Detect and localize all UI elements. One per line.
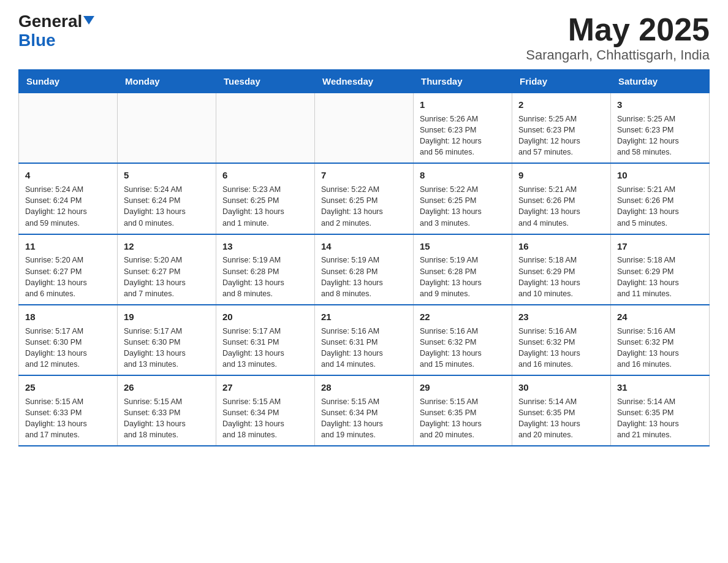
sun-info: Sunrise: 5:23 AMSunset: 6:25 PMDaylight:… [222,184,308,229]
sun-info: Sunrise: 5:15 AMSunset: 6:34 PMDaylight:… [222,396,308,441]
day-number: 8 [420,169,506,182]
day-number: 27 [222,381,308,394]
calendar-cell: 2Sunrise: 5:25 AMSunset: 6:23 PMDaylight… [512,93,611,164]
day-number: 23 [518,310,604,324]
day-number: 4 [25,169,111,182]
calendar-cell: 15Sunrise: 5:19 AMSunset: 6:28 PMDayligh… [414,234,512,305]
day-number: 18 [25,310,111,324]
sun-info: Sunrise: 5:25 AMSunset: 6:23 PMDaylight:… [617,113,703,158]
calendar-cell: 1Sunrise: 5:26 AMSunset: 6:23 PMDaylight… [414,93,512,164]
day-number: 9 [518,169,604,182]
day-number: 30 [518,381,604,394]
calendar-cell [315,93,414,164]
sun-info: Sunrise: 5:19 AMSunset: 6:28 PMDaylight:… [420,255,506,299]
calendar-table: SundayMondayTuesdayWednesdayThursdayFrid… [18,69,710,446]
calendar-cell: 3Sunrise: 5:25 AMSunset: 6:23 PMDaylight… [611,93,710,164]
calendar-cell: 19Sunrise: 5:17 AMSunset: 6:30 PMDayligh… [118,305,216,375]
sun-info: Sunrise: 5:19 AMSunset: 6:28 PMDaylight:… [321,255,407,299]
calendar-cell: 14Sunrise: 5:19 AMSunset: 6:28 PMDayligh… [315,234,414,305]
sun-info: Sunrise: 5:20 AMSunset: 6:27 PMDaylight:… [124,255,210,299]
day-number: 1 [420,98,506,112]
calendar-cell: 27Sunrise: 5:15 AMSunset: 6:34 PMDayligh… [216,375,315,446]
day-number: 20 [222,310,308,324]
title-block: May 2025 Sarangarh, Chhattisgarh, India [526,12,710,63]
sun-info: Sunrise: 5:16 AMSunset: 6:32 PMDaylight:… [518,326,604,370]
day-number: 14 [321,240,407,253]
sun-info: Sunrise: 5:21 AMSunset: 6:26 PMDaylight:… [518,184,604,229]
day-number: 6 [222,169,308,182]
calendar-cell: 5Sunrise: 5:24 AMSunset: 6:24 PMDaylight… [118,163,216,234]
logo-blue-text: Blue [18,31,56,50]
calendar-cell: 13Sunrise: 5:19 AMSunset: 6:28 PMDayligh… [216,234,315,305]
sun-info: Sunrise: 5:16 AMSunset: 6:32 PMDaylight:… [420,326,506,370]
day-number: 22 [420,310,506,324]
sun-info: Sunrise: 5:15 AMSunset: 6:35 PMDaylight:… [420,396,506,441]
logo-triangle-icon [83,16,94,25]
calendar-cell: 17Sunrise: 5:18 AMSunset: 6:29 PMDayligh… [611,234,710,305]
calendar-week-row: 25Sunrise: 5:15 AMSunset: 6:33 PMDayligh… [19,375,710,446]
day-number: 11 [25,240,111,253]
calendar-cell: 20Sunrise: 5:17 AMSunset: 6:31 PMDayligh… [216,305,315,375]
sun-info: Sunrise: 5:21 AMSunset: 6:26 PMDaylight:… [617,184,703,229]
weekday-header: Monday [118,70,216,93]
calendar-cell: 28Sunrise: 5:15 AMSunset: 6:34 PMDayligh… [315,375,414,446]
day-number: 31 [617,381,703,394]
weekday-header: Tuesday [216,70,315,93]
page-header: GeneralBlue May 2025 Sarangarh, Chhattis… [18,12,710,63]
weekday-header: Thursday [414,70,512,93]
sun-info: Sunrise: 5:14 AMSunset: 6:35 PMDaylight:… [518,396,604,441]
day-number: 13 [222,240,308,253]
day-number: 12 [124,240,210,253]
day-number: 16 [518,240,604,253]
sun-info: Sunrise: 5:24 AMSunset: 6:24 PMDaylight:… [124,184,210,229]
logo: GeneralBlue [18,12,94,50]
sun-info: Sunrise: 5:16 AMSunset: 6:32 PMDaylight:… [617,326,703,370]
calendar-cell: 30Sunrise: 5:14 AMSunset: 6:35 PMDayligh… [512,375,611,446]
calendar-cell: 26Sunrise: 5:15 AMSunset: 6:33 PMDayligh… [118,375,216,446]
calendar-cell: 24Sunrise: 5:16 AMSunset: 6:32 PMDayligh… [611,305,710,375]
calendar-week-row: 18Sunrise: 5:17 AMSunset: 6:30 PMDayligh… [19,305,710,375]
day-number: 25 [25,381,111,394]
sun-info: Sunrise: 5:24 AMSunset: 6:24 PMDaylight:… [25,184,111,229]
calendar-cell: 6Sunrise: 5:23 AMSunset: 6:25 PMDaylight… [216,163,315,234]
calendar-cell: 10Sunrise: 5:21 AMSunset: 6:26 PMDayligh… [611,163,710,234]
sun-info: Sunrise: 5:25 AMSunset: 6:23 PMDaylight:… [518,113,604,158]
calendar-cell: 7Sunrise: 5:22 AMSunset: 6:25 PMDaylight… [315,163,414,234]
calendar-week-row: 1Sunrise: 5:26 AMSunset: 6:23 PMDaylight… [19,93,710,164]
weekday-header: Wednesday [315,70,414,93]
day-number: 3 [617,98,703,112]
sun-info: Sunrise: 5:18 AMSunset: 6:29 PMDaylight:… [617,255,703,299]
calendar-cell: 4Sunrise: 5:24 AMSunset: 6:24 PMDaylight… [19,163,118,234]
day-number: 17 [617,240,703,253]
logo-text: GeneralBlue [18,12,94,50]
calendar-cell [216,93,315,164]
day-number: 15 [420,240,506,253]
weekday-header: Sunday [19,70,118,93]
calendar-cell: 21Sunrise: 5:16 AMSunset: 6:31 PMDayligh… [315,305,414,375]
calendar-cell: 12Sunrise: 5:20 AMSunset: 6:27 PMDayligh… [118,234,216,305]
sun-info: Sunrise: 5:16 AMSunset: 6:31 PMDaylight:… [321,326,407,370]
calendar-week-row: 4Sunrise: 5:24 AMSunset: 6:24 PMDaylight… [19,163,710,234]
day-number: 2 [518,98,604,112]
sun-info: Sunrise: 5:14 AMSunset: 6:35 PMDaylight:… [617,396,703,441]
calendar-title: May 2025 [526,12,710,47]
sun-info: Sunrise: 5:15 AMSunset: 6:33 PMDaylight:… [25,396,111,441]
calendar-cell [19,93,118,164]
calendar-cell: 18Sunrise: 5:17 AMSunset: 6:30 PMDayligh… [19,305,118,375]
day-number: 29 [420,381,506,394]
calendar-cell: 11Sunrise: 5:20 AMSunset: 6:27 PMDayligh… [19,234,118,305]
day-number: 26 [124,381,210,394]
sun-info: Sunrise: 5:17 AMSunset: 6:31 PMDaylight:… [222,326,308,370]
calendar-cell: 22Sunrise: 5:16 AMSunset: 6:32 PMDayligh… [414,305,512,375]
sun-info: Sunrise: 5:17 AMSunset: 6:30 PMDaylight:… [25,326,111,370]
sun-info: Sunrise: 5:15 AMSunset: 6:33 PMDaylight:… [124,396,210,441]
weekday-header: Friday [512,70,611,93]
calendar-cell: 29Sunrise: 5:15 AMSunset: 6:35 PMDayligh… [414,375,512,446]
sun-info: Sunrise: 5:22 AMSunset: 6:25 PMDaylight:… [420,184,506,229]
day-number: 7 [321,169,407,182]
sun-info: Sunrise: 5:18 AMSunset: 6:29 PMDaylight:… [518,255,604,299]
day-number: 21 [321,310,407,324]
sun-info: Sunrise: 5:15 AMSunset: 6:34 PMDaylight:… [321,396,407,441]
day-number: 5 [124,169,210,182]
weekday-header: Saturday [611,70,710,93]
